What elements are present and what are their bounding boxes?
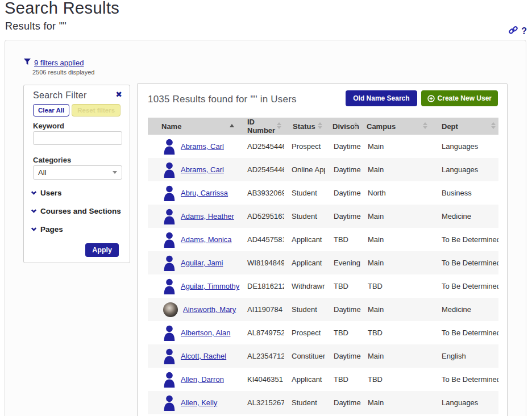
- division-cell: Daytime: [325, 142, 361, 151]
- user-avatar-icon: [163, 348, 176, 364]
- name-cell: Abrams, Carl: [148, 139, 240, 155]
- categories-select[interactable]: All: [33, 165, 122, 180]
- id-number-cell: KI4046351: [240, 375, 284, 384]
- dept-cell: To Be Determined: [430, 282, 498, 290]
- user-name-link[interactable]: Abrams, Carl: [181, 142, 224, 151]
- user-name-link[interactable]: Aguilar, Jami: [181, 259, 223, 267]
- campus-cell: North: [361, 189, 430, 197]
- id-number-cell: AB3932069: [240, 189, 284, 197]
- dept-cell: To Be Determined: [430, 328, 498, 337]
- campus-cell: Main: [361, 305, 430, 314]
- table-row: Adams, HeatherAD5295163StudentDaytimeMai…: [148, 205, 498, 228]
- campus-cell: Main: [361, 259, 430, 267]
- user-name-link[interactable]: Allen, Kelly: [181, 398, 217, 407]
- id-number-cell: AL8749752: [240, 328, 284, 337]
- status-cell: Applicant: [284, 235, 325, 244]
- division-cell: TBD: [325, 235, 361, 244]
- sidebar-section-pages[interactable]: Pages: [32, 225, 63, 234]
- results-heading: 1035 Results found for "" in Users: [148, 94, 297, 105]
- results-displayed-text: 2506 results displayed: [32, 69, 94, 76]
- campus-cell: Main: [361, 165, 430, 174]
- campus-cell: TBD: [361, 375, 430, 384]
- campus-cell: Main: [361, 142, 430, 151]
- division-cell: Daytime: [325, 305, 361, 314]
- status-cell: Withdrawn: [284, 282, 325, 290]
- table-row: Abrams, CarlAD2545446Online AppDaytimeMa…: [148, 158, 498, 181]
- status-cell: Applicant: [284, 259, 325, 267]
- column-header-id-number[interactable]: ID Number: [240, 118, 284, 135]
- results-action-buttons: Old Name Search Create New User: [346, 90, 498, 106]
- caret-down-icon: [113, 171, 117, 174]
- filters-applied-link[interactable]: 9 filters applied: [34, 59, 84, 67]
- division-cell: Daytime: [325, 165, 361, 174]
- link-icon[interactable]: [509, 26, 518, 37]
- table-row: Albertson, AlanAL8749752ProspectTBDTBDTo…: [148, 321, 498, 344]
- sort-icons: [491, 122, 496, 129]
- dept-cell: Business: [430, 189, 498, 197]
- dept-cell: Languages: [430, 142, 498, 151]
- user-name-link[interactable]: Ainsworth, Mary: [183, 305, 236, 314]
- user-name-link[interactable]: Abrams, Carl: [181, 165, 224, 174]
- keyword-label: Keyword: [33, 122, 64, 130]
- user-avatar-icon: [163, 209, 176, 224]
- reset-filters-button[interactable]: Reset filters: [72, 104, 120, 117]
- page-subtitle: Results for "": [5, 20, 66, 32]
- user-name-link[interactable]: Albertson, Alan: [181, 328, 230, 337]
- user-name-link[interactable]: Abru, Carrissa: [181, 189, 228, 197]
- chevron-down-icon: [31, 226, 37, 231]
- status-cell: Online App: [284, 165, 325, 174]
- column-label: Name: [161, 122, 181, 131]
- status-cell: Student: [284, 189, 325, 197]
- help-icon[interactable]: ?: [521, 26, 527, 36]
- name-cell: Albertson, Alan: [148, 325, 240, 341]
- keyword-input[interactable]: [33, 131, 122, 145]
- name-cell: Aguilar, Timmothy: [148, 278, 240, 294]
- close-icon[interactable]: ✖: [115, 90, 122, 99]
- header-icons: ?: [509, 26, 527, 37]
- name-cell: Abrams, Carl: [148, 162, 240, 178]
- section-label: Pages: [40, 225, 63, 234]
- table-body: Abrams, CarlAD2545446ProspectDaytimeMain…: [148, 135, 498, 414]
- dept-cell: To Be Determined: [430, 235, 498, 244]
- campus-cell: Main: [361, 235, 430, 244]
- column-label: Dept: [442, 122, 458, 131]
- avatar-photo: [163, 302, 178, 317]
- plus-circle-icon: [427, 95, 435, 102]
- user-avatar-icon: [163, 162, 176, 178]
- column-header-status[interactable]: Status: [284, 118, 325, 135]
- column-label: Campus: [367, 122, 396, 131]
- column-header-campus[interactable]: Campus: [361, 118, 430, 135]
- apply-button[interactable]: Apply: [85, 243, 119, 257]
- categories-label: Categories: [33, 156, 71, 164]
- categories-selected-value: All: [38, 168, 46, 177]
- filter-funnel-icon: [24, 57, 31, 68]
- division-cell: Daytime: [325, 189, 361, 197]
- user-name-link[interactable]: Allen, Darron: [181, 375, 224, 384]
- dept-cell: To Be Determined: [430, 259, 498, 267]
- user-name-link[interactable]: Alcott, Rachel: [181, 352, 226, 360]
- user-name-link[interactable]: Aguilar, Timmothy: [181, 282, 239, 290]
- status-cell: Student: [284, 212, 325, 221]
- old-name-search-button[interactable]: Old Name Search: [346, 90, 417, 106]
- id-number-cell: AL2354712: [240, 352, 284, 360]
- sidebar-section-users[interactable]: Users: [32, 189, 62, 197]
- sidebar-section-courses-and-sections[interactable]: Courses and Sections: [32, 207, 121, 215]
- column-header-dept[interactable]: Dept: [430, 118, 498, 135]
- column-header-name[interactable]: Name: [148, 118, 240, 135]
- create-new-user-button[interactable]: Create New User: [421, 90, 498, 106]
- sort-asc-icon: [230, 124, 234, 127]
- campus-cell: Main: [361, 212, 430, 221]
- search-results-page: Search Results Results for "" ? 9 filter…: [0, 0, 532, 416]
- clear-all-button[interactable]: Clear All: [33, 104, 69, 117]
- sort-icons: [423, 122, 427, 129]
- id-number-cell: AL3215267: [240, 398, 284, 407]
- id-number-cell: WI8194849: [240, 259, 284, 267]
- column-header-division[interactable]: Divison: [325, 118, 361, 135]
- table-row: Abrams, CarlAD2545446ProspectDaytimeMain…: [148, 135, 498, 158]
- page-title: Search Results: [5, 0, 119, 18]
- user-name-link[interactable]: Adams, Heather: [181, 212, 234, 221]
- campus-cell: Main: [361, 398, 430, 407]
- campus-cell: Main: [361, 352, 430, 360]
- user-name-link[interactable]: Adams, Monica: [181, 235, 232, 244]
- table-row: Abru, CarrissaAB3932069StudentDaytimeNor…: [148, 181, 498, 205]
